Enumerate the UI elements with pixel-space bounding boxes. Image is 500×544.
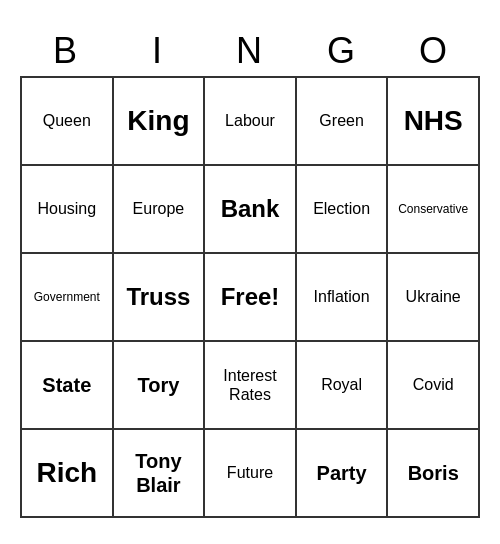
cell-r4-c1: TonyBlair <box>114 430 206 518</box>
cell-r3-c1: Tory <box>114 342 206 430</box>
bingo-letter: B <box>20 26 112 76</box>
cell-r0-c2: Labour <box>205 78 297 166</box>
bingo-card: BINGO QueenKingLabourGreenNHSHousingEuro… <box>20 26 480 518</box>
bingo-letter: I <box>112 26 204 76</box>
cell-r1-c2: Bank <box>205 166 297 254</box>
cell-r2-c2: Free! <box>205 254 297 342</box>
cell-r2-c3: Inflation <box>297 254 389 342</box>
cell-r1-c0: Housing <box>22 166 114 254</box>
cell-r4-c2: Future <box>205 430 297 518</box>
cell-r3-c4: Covid <box>388 342 480 430</box>
cell-r0-c1: King <box>114 78 206 166</box>
bingo-letter: N <box>204 26 296 76</box>
cell-r0-c4: NHS <box>388 78 480 166</box>
cell-r0-c0: Queen <box>22 78 114 166</box>
cell-r1-c1: Europe <box>114 166 206 254</box>
cell-r2-c0: Government <box>22 254 114 342</box>
bingo-grid: QueenKingLabourGreenNHSHousingEuropeBank… <box>20 76 480 518</box>
cell-r1-c4: Conservative <box>388 166 480 254</box>
bingo-letter: G <box>296 26 388 76</box>
cell-r3-c0: State <box>22 342 114 430</box>
cell-r3-c3: Royal <box>297 342 389 430</box>
cell-r4-c4: Boris <box>388 430 480 518</box>
cell-r4-c0: Rich <box>22 430 114 518</box>
cell-r0-c3: Green <box>297 78 389 166</box>
bingo-header: BINGO <box>20 26 480 76</box>
cell-r1-c3: Election <box>297 166 389 254</box>
cell-r3-c2: InterestRates <box>205 342 297 430</box>
cell-r4-c3: Party <box>297 430 389 518</box>
cell-r2-c1: Truss <box>114 254 206 342</box>
cell-r2-c4: Ukraine <box>388 254 480 342</box>
bingo-letter: O <box>388 26 480 76</box>
